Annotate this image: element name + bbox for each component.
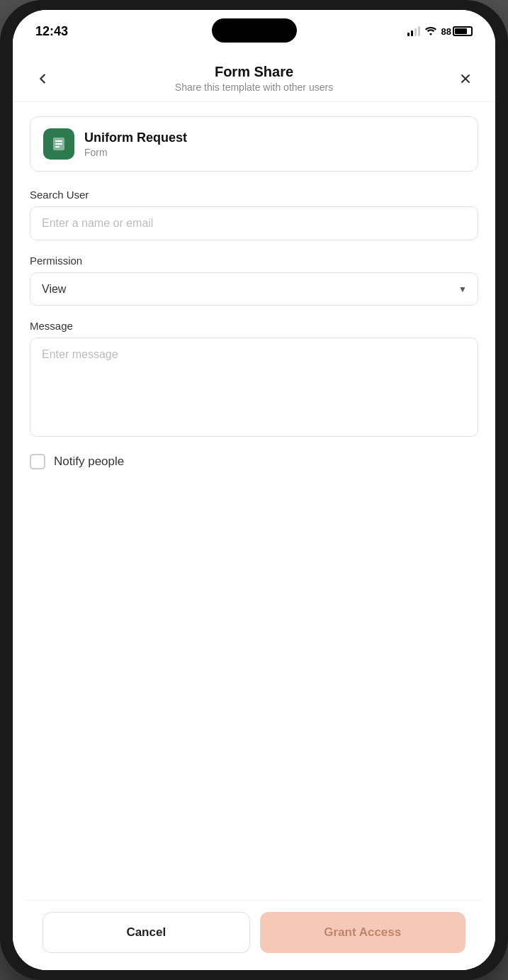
modal-header: Form Share Share this template with othe…: [13, 52, 495, 102]
modal-body: Uniform Request Form Search User Permiss…: [13, 102, 495, 501]
battery-icon: 88: [441, 26, 473, 37]
signal-icon: [407, 26, 420, 36]
form-card: Uniform Request Form: [30, 116, 478, 172]
form-card-subtitle: Form: [84, 147, 187, 158]
notify-row: Notify people: [30, 454, 478, 469]
grant-access-button[interactable]: Grant Access: [260, 912, 466, 953]
close-button[interactable]: [453, 66, 478, 91]
cancel-button[interactable]: Cancel: [43, 912, 250, 953]
form-info: Uniform Request Form: [84, 130, 187, 158]
status-bar: 12:43 88: [13, 10, 495, 52]
form-card-title: Uniform Request: [84, 130, 187, 145]
status-time: 12:43: [35, 24, 68, 39]
message-label: Message: [30, 320, 478, 332]
modal-content: Form Share Share this template with othe…: [13, 52, 495, 970]
phone-screen: 12:43 88: [13, 10, 495, 970]
svg-rect-4: [55, 143, 62, 145]
back-button[interactable]: [30, 66, 55, 91]
status-icons: 88: [407, 26, 473, 38]
permission-select-wrapper: View Edit Comment ▼: [30, 272, 478, 306]
header-center: Form Share Share this template with othe…: [55, 64, 453, 93]
phone-frame: 12:43 88: [0, 0, 508, 980]
svg-rect-3: [55, 140, 62, 142]
wifi-icon: [424, 26, 437, 38]
header-subtitle: Share this template with other users: [55, 82, 453, 93]
search-user-label: Search User: [30, 189, 478, 201]
notify-checkbox[interactable]: [30, 454, 45, 469]
search-input[interactable]: [30, 206, 478, 240]
form-card-icon: [43, 128, 74, 160]
dynamic-island: [212, 18, 297, 43]
header-title: Form Share: [55, 64, 453, 80]
message-textarea[interactable]: [30, 338, 478, 437]
svg-rect-5: [55, 146, 60, 147]
bottom-buttons: Cancel Grant Access: [26, 900, 482, 970]
permission-select[interactable]: View Edit Comment: [30, 272, 478, 306]
notify-label: Notify people: [54, 455, 124, 469]
permission-label: Permission: [30, 255, 478, 267]
